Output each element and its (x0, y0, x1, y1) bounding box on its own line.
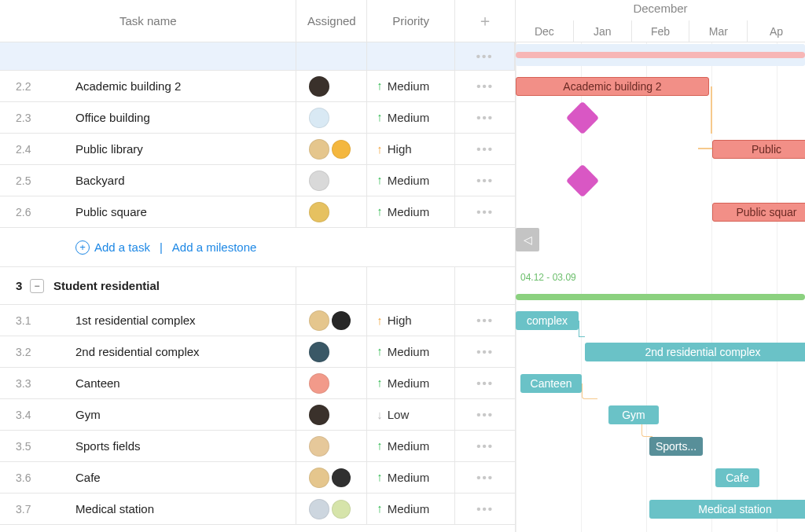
avatar[interactable] (309, 310, 329, 331)
add-milestone-label: Add a milestone (172, 240, 257, 254)
avatar[interactable] (309, 468, 329, 488)
gantt-row[interactable]: Public (516, 134, 805, 165)
more-icon[interactable]: ••• (476, 50, 494, 63)
scroll-left-button[interactable]: ◁ (516, 228, 539, 251)
avatar[interactable] (309, 139, 329, 160)
gantt-bar[interactable]: Public (712, 140, 805, 159)
gantt-chart[interactable]: December Dec Jan Feb Mar Ap Ac (516, 0, 805, 532)
gantt-row[interactable] (516, 102, 805, 134)
avatar[interactable] (309, 342, 329, 362)
task-row[interactable]: 2.4Public library ↑High ••• (0, 134, 515, 165)
gantt-row[interactable]: complex (516, 305, 805, 336)
col-priority[interactable]: Priority (367, 0, 455, 42)
col-assigned[interactable]: Assigned (296, 0, 367, 42)
task-row[interactable]: 3.11st residential complex ↑High ••• (0, 305, 515, 336)
month-cell[interactable]: Jan (573, 20, 631, 42)
task-row[interactable]: 3.22nd residential complex ↑Medium ••• (0, 336, 515, 368)
plus-circle-icon: + (75, 240, 90, 255)
avatar[interactable] (309, 202, 329, 222)
gantt-group-bar[interactable] (516, 294, 805, 300)
more-icon[interactable]: ••• (476, 142, 494, 156)
timeline-body[interactable]: Academic building 2 Public Public squar (516, 42, 805, 532)
more-icon[interactable]: ••• (476, 79, 494, 93)
avatar[interactable] (309, 405, 329, 425)
avatar[interactable] (309, 373, 329, 394)
month-cell[interactable]: Dec (516, 20, 573, 42)
more-icon[interactable]: ••• (476, 502, 494, 515)
task-row[interactable]: 3.6Cafe ↑Medium ••• (0, 462, 515, 493)
more-icon[interactable]: ••• (476, 111, 494, 124)
gantt-row[interactable]: Academic building 2 (516, 71, 805, 102)
avatar[interactable] (309, 499, 329, 519)
more-icon[interactable]: ••• (476, 439, 494, 453)
gantt-bar[interactable]: Canteen (520, 374, 582, 393)
gantt-bar[interactable]: Gym (608, 405, 659, 424)
task-name: Academic building 2 (75, 79, 181, 93)
gantt-row[interactable]: Canteen (516, 368, 805, 399)
avatar[interactable] (332, 468, 351, 487)
month-cell[interactable]: Ap (747, 20, 805, 42)
more-icon[interactable]: ••• (476, 471, 494, 484)
avatar[interactable] (309, 76, 329, 97)
priority-down-icon: ↓ (377, 408, 383, 421)
more-icon[interactable]: ••• (476, 174, 494, 187)
more-icon[interactable]: ••• (476, 376, 494, 390)
gantt-row[interactable]: Gym (516, 399, 805, 431)
month-cell[interactable]: Feb (631, 20, 689, 42)
more-icon[interactable]: ••• (476, 408, 494, 421)
more-icon[interactable]: ••• (476, 345, 494, 358)
task-row[interactable]: 3.5Sports fields ↑Medium ••• (0, 431, 515, 462)
add-column-button[interactable]: ＋ (455, 0, 515, 42)
group-header[interactable]: 3 − Student residential (0, 267, 515, 305)
avatar[interactable] (309, 108, 329, 128)
gantt-bar[interactable]: Sports... (649, 437, 703, 456)
task-name: Public square (75, 205, 147, 218)
gantt-connector (582, 383, 597, 399)
add-actions-row: + Add a task | Add a milestone (0, 228, 515, 267)
task-row[interactable]: 2.5Backyard ↑Medium ••• (0, 165, 515, 196)
table-header: Task name Assigned Priority ＋ (0, 0, 515, 42)
gantt-row[interactable]: Cafe (516, 462, 805, 493)
milestone-diamond[interactable] (566, 101, 599, 134)
gantt-bar[interactable]: Public squar (712, 203, 805, 222)
selected-row-placeholder[interactable]: ••• (0, 42, 515, 71)
priority-up-icon: ↑ (377, 314, 383, 327)
gantt-group-row[interactable]: 04.12 - 03.09 (516, 267, 805, 305)
collapse-icon[interactable]: − (30, 279, 44, 293)
task-row[interactable]: 2.2Academic building 2 ↑Medium ••• (0, 71, 515, 102)
avatar[interactable] (332, 140, 351, 159)
task-row[interactable]: 2.3Office building ↑Medium ••• (0, 102, 515, 134)
gantt-bar[interactable]: Academic building 2 (516, 77, 709, 96)
priority-label: Medium (388, 174, 429, 187)
gantt-row[interactable]: Public squar (516, 196, 805, 228)
group-date-range: 04.12 - 03.09 (520, 272, 576, 283)
priority-up-icon: ↑ (377, 501, 383, 515)
task-name: Cafe (75, 471, 101, 484)
gantt-bar[interactable]: Medical station (649, 500, 805, 519)
more-icon[interactable]: ••• (476, 205, 494, 218)
avatar[interactable] (332, 500, 351, 519)
gantt-row[interactable] (516, 165, 805, 196)
gantt-bar[interactable]: Cafe (715, 468, 759, 487)
gantt-bar[interactable]: 2nd residential complex (585, 343, 805, 361)
avatar[interactable] (332, 311, 351, 330)
gantt-row[interactable]: Medical station (516, 493, 805, 525)
gantt-row[interactable]: Sports... (516, 431, 805, 462)
gantt-row[interactable]: 2nd residential complex (516, 336, 805, 368)
task-row[interactable]: 3.7Medical station ↑Medium ••• (0, 493, 515, 525)
task-row[interactable]: 2.6Public square ↑Medium ••• (0, 196, 515, 228)
task-row[interactable]: 3.3Canteen ↑Medium ••• (0, 368, 515, 399)
add-milestone-button[interactable]: Add a milestone (172, 240, 257, 254)
milestone-diamond[interactable] (566, 164, 599, 197)
avatar[interactable] (309, 436, 329, 457)
priority-up-icon: ↑ (377, 376, 383, 389)
more-icon[interactable]: ••• (476, 314, 494, 327)
gantt-bar-label: Sports... (656, 440, 697, 453)
task-name: Medical station (75, 502, 154, 515)
avatar[interactable] (309, 171, 329, 191)
gantt-bar[interactable]: complex (516, 311, 579, 330)
add-task-button[interactable]: + Add a task (75, 240, 150, 255)
task-row[interactable]: 3.4Gym ↓Low ••• (0, 399, 515, 431)
month-cell[interactable]: Mar (689, 20, 747, 42)
col-task-name[interactable]: Task name (0, 0, 296, 42)
